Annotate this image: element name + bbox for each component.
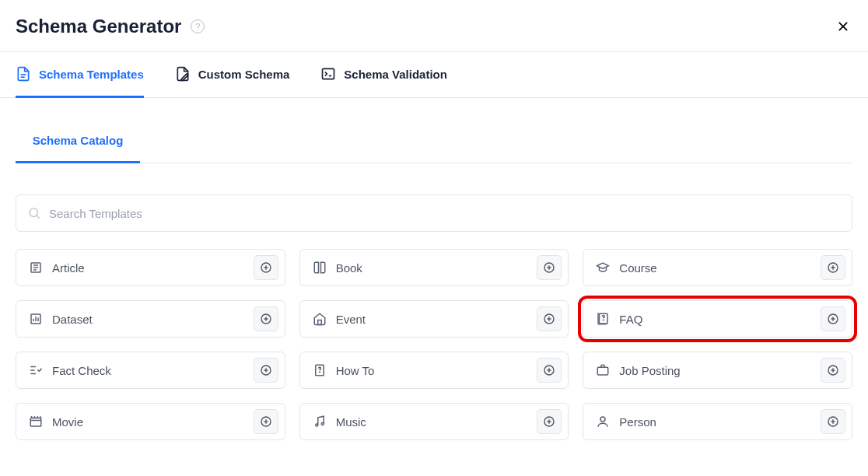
template-label: How To	[336, 364, 528, 377]
template-label: Music	[336, 415, 528, 429]
header: Schema Generator ?	[0, 0, 868, 52]
template-label: Event	[336, 313, 528, 326]
jobposting-icon	[596, 363, 610, 377]
add-button[interactable]	[821, 358, 845, 383]
person-icon	[596, 415, 610, 429]
terminal-icon	[320, 66, 336, 82]
template-label: Book	[336, 261, 528, 275]
svg-point-61	[600, 417, 605, 422]
content-area: Schema Catalog Article Book C	[0, 120, 868, 440]
template-card-dataset[interactable]: Dataset	[16, 300, 285, 338]
add-button[interactable]	[254, 358, 278, 383]
template-card-course[interactable]: Course	[583, 249, 852, 286]
music-icon	[313, 415, 327, 429]
course-icon	[596, 261, 610, 275]
template-card-article[interactable]: Article	[16, 249, 285, 286]
template-label: Article	[52, 261, 244, 275]
template-label: Person	[619, 415, 811, 429]
template-card-book[interactable]: Book	[299, 249, 569, 286]
template-card-person[interactable]: Person	[583, 403, 852, 440]
add-button[interactable]	[821, 409, 845, 434]
movie-icon	[29, 415, 43, 429]
page-title: Schema Generator	[16, 16, 181, 37]
search-input[interactable]	[49, 207, 841, 220]
search-templates-wrap[interactable]	[16, 194, 852, 232]
svg-rect-4	[323, 68, 334, 79]
template-card-faq[interactable]: FAQ	[583, 300, 852, 338]
add-button[interactable]	[254, 255, 278, 280]
add-button[interactable]	[254, 306, 278, 331]
add-button[interactable]	[537, 409, 562, 434]
subtab-schema-catalog[interactable]: Schema Catalog	[16, 120, 140, 163]
add-button[interactable]	[821, 306, 845, 331]
svg-point-56	[315, 424, 317, 426]
svg-point-33	[604, 320, 604, 320]
close-icon[interactable]	[834, 17, 852, 36]
subtabs: Schema Catalog	[16, 120, 852, 163]
template-card-job-posting[interactable]: Job Posting	[583, 352, 852, 389]
main-tabs: Schema Templates Custom Schema Schema Va…	[0, 52, 868, 98]
template-label: Course	[619, 261, 811, 275]
header-left: Schema Generator ?	[16, 16, 205, 37]
svg-rect-28	[317, 320, 321, 325]
add-button[interactable]	[537, 358, 562, 383]
tab-label: Schema Templates	[39, 68, 144, 81]
tab-label: Custom Schema	[198, 68, 290, 81]
search-icon	[27, 206, 41, 220]
svg-rect-52	[30, 418, 41, 427]
document-icon	[16, 66, 31, 82]
template-label: FAQ	[619, 313, 811, 326]
article-icon	[29, 261, 43, 275]
svg-point-6	[30, 208, 38, 217]
book-icon	[313, 261, 327, 275]
template-label: Fact Check	[52, 364, 244, 377]
svg-point-57	[321, 423, 324, 425]
template-label: Movie	[52, 415, 244, 429]
dataset-icon	[29, 312, 43, 326]
factcheck-icon	[29, 363, 43, 377]
tab-custom-schema[interactable]: Custom Schema	[175, 52, 290, 98]
document-edit-icon	[175, 66, 191, 82]
template-label: Dataset	[52, 313, 244, 326]
faq-icon	[596, 312, 610, 326]
template-label: Job Posting	[619, 364, 811, 377]
svg-point-44	[319, 372, 320, 373]
add-button[interactable]	[537, 255, 562, 280]
template-grid: Article Book Course Dataset	[16, 249, 852, 440]
tab-schema-validation[interactable]: Schema Validation	[320, 52, 447, 98]
template-card-music[interactable]: Music	[299, 403, 569, 440]
svg-line-7	[37, 215, 39, 218]
tab-schema-templates[interactable]: Schema Templates	[16, 52, 144, 98]
template-card-movie[interactable]: Movie	[16, 403, 285, 440]
add-button[interactable]	[254, 409, 278, 434]
event-icon	[313, 312, 327, 326]
tab-label: Schema Validation	[344, 68, 447, 81]
template-card-how-to[interactable]: How To	[299, 352, 569, 389]
add-button[interactable]	[821, 255, 845, 280]
svg-rect-48	[598, 367, 609, 375]
add-button[interactable]	[537, 306, 562, 331]
howto-icon	[313, 363, 327, 377]
template-card-event[interactable]: Event	[299, 300, 569, 338]
template-card-fact-check[interactable]: Fact Check	[16, 352, 285, 389]
help-icon[interactable]: ?	[191, 19, 205, 33]
